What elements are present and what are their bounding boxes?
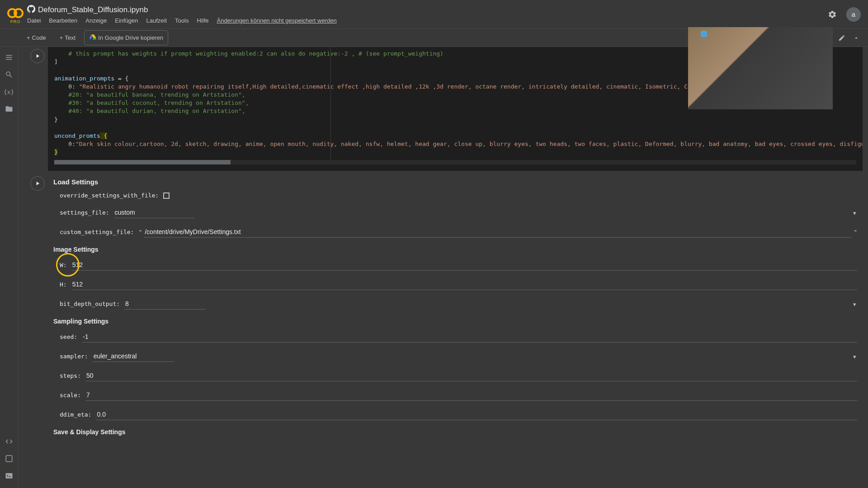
- menu-laufzeit[interactable]: Laufzeit: [146, 17, 167, 24]
- variables-icon[interactable]: {x}: [1, 84, 17, 99]
- steps-label: steps:: [60, 372, 81, 379]
- seed-input[interactable]: [82, 331, 857, 343]
- settings-icon[interactable]: [825, 7, 840, 22]
- steps-input[interactable]: [85, 370, 857, 381]
- custom-settings-file-label: custom_settings_file:: [60, 229, 134, 235]
- plus-icon: +: [27, 34, 30, 41]
- section-title-load: Load Settings: [53, 178, 857, 186]
- bitdepth-label: bit_depth_output:: [60, 300, 120, 307]
- toolbar-collapse-icon[interactable]: [850, 32, 863, 44]
- menu-tools[interactable]: Tools: [175, 17, 189, 24]
- add-code-label: Code: [32, 34, 46, 41]
- ddim-eta-label: ddim_eta:: [60, 411, 91, 418]
- quote-close: ": [854, 229, 857, 235]
- height-label: H:: [60, 281, 67, 288]
- horizontal-scrollbar[interactable]: [54, 160, 856, 164]
- menu-hilfe[interactable]: Hilfe: [197, 17, 208, 24]
- menu-bar: Datei Bearbeiten Anzeige Einfügen Laufze…: [27, 17, 825, 24]
- toc-icon[interactable]: [1, 50, 17, 65]
- header: PRO Deforum_Stable_Diffusion.ipynb Datei…: [0, 0, 868, 29]
- chevron-down-icon: ▾: [853, 353, 856, 360]
- terminal-icon[interactable]: [1, 468, 17, 483]
- override-checkbox[interactable]: [163, 192, 170, 199]
- code-bracket: ]: [54, 58, 58, 65]
- menu-bearbeiten[interactable]: Bearbeiten: [49, 17, 77, 24]
- main-content[interactable]: # this prompt has weights if prompt weig…: [18, 47, 868, 488]
- scrollbar-thumb[interactable]: [54, 160, 231, 164]
- svg-rect-2: [6, 455, 12, 462]
- pro-badge: PRO: [10, 19, 21, 24]
- quote-open: ": [138, 229, 142, 235]
- colab-logo: PRO: [7, 5, 24, 24]
- section-title-image: Image Settings: [53, 246, 857, 253]
- custom-settings-file-input[interactable]: [144, 226, 852, 238]
- code-comment: # this prompt has weights if prompt weig…: [68, 50, 443, 57]
- copy-to-drive-label: In Google Drive kopieren: [98, 34, 163, 41]
- left-sidebar: {x}: [0, 47, 18, 488]
- override-label: override_settings_with_file:: [60, 192, 159, 199]
- copy-to-drive-button[interactable]: In Google Drive kopieren: [84, 30, 168, 45]
- menu-anzeige[interactable]: Anzeige: [85, 17, 107, 24]
- run-button[interactable]: [30, 49, 45, 63]
- chevron-down-icon: ▾: [853, 300, 856, 307]
- folder-icon[interactable]: [1, 101, 17, 117]
- settings-file-select[interactable]: [114, 207, 195, 218]
- code-snippets-icon[interactable]: [1, 434, 17, 449]
- code-ruler: [330, 47, 331, 164]
- settings-file-label: settings_file:: [60, 209, 109, 216]
- plus-icon: +: [60, 34, 63, 41]
- webcam-overlay: [688, 27, 833, 109]
- command-palette-icon[interactable]: [1, 451, 17, 466]
- add-text-label: Text: [65, 34, 75, 41]
- chevron-down-icon: ▾: [853, 209, 856, 216]
- ddim-eta-input[interactable]: [96, 409, 857, 420]
- width-label: W:: [60, 262, 67, 268]
- notebook-title[interactable]: Deforum_Stable_Diffusion.ipynb: [38, 5, 148, 14]
- header-right: a: [825, 7, 861, 22]
- toolbar-edit-icon[interactable]: [835, 32, 848, 44]
- height-input[interactable]: [71, 279, 857, 290]
- add-text-button[interactable]: + Text: [55, 31, 80, 44]
- menu-warning[interactable]: Änderungen können nicht gespeichert werd…: [217, 17, 336, 24]
- width-input[interactable]: [71, 259, 857, 271]
- menu-einfuegen[interactable]: Einfügen: [115, 17, 138, 24]
- scale-input[interactable]: [85, 389, 857, 401]
- github-icon: [27, 5, 35, 15]
- section-title-save: Save & Display Settings: [53, 428, 857, 436]
- sampler-label: sampler:: [60, 353, 88, 360]
- menu-datei[interactable]: Datei: [27, 17, 41, 24]
- seed-label: seed:: [60, 333, 77, 340]
- section-title-sampling: Sampling Settings: [53, 318, 857, 325]
- bitdepth-select[interactable]: [124, 298, 205, 310]
- add-code-button[interactable]: + Code: [22, 31, 51, 44]
- avatar[interactable]: a: [846, 7, 861, 22]
- scale-label: scale:: [60, 392, 81, 399]
- logo-area: PRO: [7, 5, 24, 24]
- load-settings-cell: Load Settings override_settings_with_fil…: [27, 176, 863, 444]
- drive-icon: [89, 33, 96, 42]
- sampler-select[interactable]: [93, 351, 174, 362]
- title-area: Deforum_Stable_Diffusion.ipynb Datei Bea…: [27, 5, 825, 24]
- search-icon[interactable]: [1, 67, 17, 82]
